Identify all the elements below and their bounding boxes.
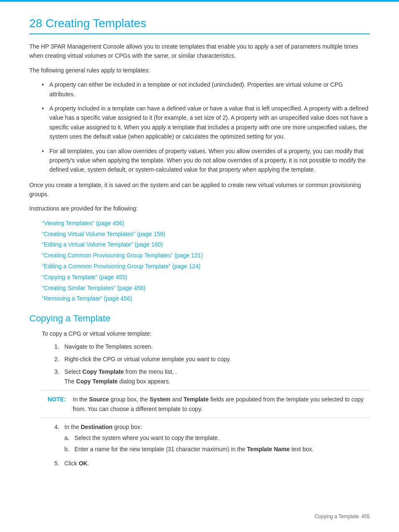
link-item-8[interactable]: “Removing a Template” (page 456) xyxy=(42,294,370,304)
note-bold3: Template xyxy=(184,396,209,403)
step-4-num: 4. xyxy=(54,422,64,455)
link-item-7[interactable]: “Creating Similar Templates” (page 456) xyxy=(42,283,370,293)
step-5-text-before: Click xyxy=(64,460,79,467)
bullet-list: A property can either be included in a t… xyxy=(42,80,370,175)
steps-list-2: 4. In the Destination group box: a. Sele… xyxy=(42,422,370,468)
step-4a: a. Select the system where you want to c… xyxy=(64,433,370,442)
section-intro: To copy a CPG or virtual volume template… xyxy=(42,329,370,338)
step-3-sub-text2: dialog box appears. xyxy=(118,378,170,385)
step-3-content: Select Copy Template from the menu list,… xyxy=(64,367,370,386)
link-item-4[interactable]: “Creating Common Provisioning Group Temp… xyxy=(42,251,370,261)
step-4-text-before: In the xyxy=(64,424,81,430)
step-2: 2. Right-click the CPG or virtual volume… xyxy=(54,355,370,364)
step-4a-alpha: a. xyxy=(64,433,74,442)
step-4-text: group box: xyxy=(113,424,142,430)
intro-paragraph1: The HP 3PAR Management Console allows yo… xyxy=(29,42,370,61)
step-4-bold: Destination xyxy=(81,424,113,430)
bullet-item-2: A property included in a template can ha… xyxy=(42,104,370,141)
step-5-num: 5. xyxy=(54,459,64,468)
note-bold2: System xyxy=(150,396,171,403)
step-4: 4. In the Destination group box: a. Sele… xyxy=(54,422,370,455)
intro-paragraph2: The following general rules apply to tem… xyxy=(29,66,370,75)
step-4-content: In the Destination group box: a. Select … xyxy=(64,422,370,455)
link-creating-vv-templates[interactable]: “Creating Virtual Volume Templates” (pag… xyxy=(42,231,165,237)
saved-text: Once you create a template, it is saved … xyxy=(29,180,370,199)
step-5-text: . xyxy=(87,460,89,467)
step-3-num: 3. xyxy=(54,367,64,386)
step-3-text-middle: from the menu list, . xyxy=(124,368,177,375)
step-4-subs: a. Select the system where you want to c… xyxy=(64,433,370,454)
note-box: NOTE: In the Source group box, the Syste… xyxy=(42,390,370,418)
top-border xyxy=(0,0,399,2)
step-4b-text-after: text box. xyxy=(290,446,314,452)
step-1: 1. Navigate to the Templates screen. xyxy=(54,342,370,351)
link-copying-template[interactable]: “Copying a Template” (page 455) xyxy=(42,274,127,280)
step-3: 3. Select Copy Template from the menu li… xyxy=(54,367,370,386)
note-text2: and xyxy=(171,396,184,403)
link-item-3[interactable]: “Editing a Virtual Volume Template” (pag… xyxy=(42,240,370,250)
note-bold1: Source xyxy=(89,396,109,403)
step-4b-content: Enter a name for the new template (31 ch… xyxy=(74,445,314,454)
link-list: “Viewing Templates” (page 456) “Creating… xyxy=(42,218,370,304)
step-2-text: Right-click the CPG or virtual volume te… xyxy=(64,355,370,364)
step-4b-text-before: Enter a name for the new template (31 ch… xyxy=(74,446,247,452)
step-5-bold: OK xyxy=(79,460,87,467)
step-3-text-before: Select xyxy=(64,368,82,375)
note-text-before: In the xyxy=(73,396,89,403)
link-item-2[interactable]: “Creating Virtual Volume Templates” (pag… xyxy=(42,229,370,239)
instructions-label: Instructions are provided for the follow… xyxy=(29,204,370,213)
footer: Copying a Template 455 xyxy=(315,514,370,519)
link-item-5[interactable]: “Editing a Common Provisioning Group Tem… xyxy=(42,262,370,272)
step-4b-bold: Template Name xyxy=(247,446,289,452)
steps-list: 1. Navigate to the Templates screen. 2. … xyxy=(42,342,370,386)
step-4b-alpha: b. xyxy=(64,445,74,454)
link-creating-cpg-templates[interactable]: “Creating Common Provisioning Group Temp… xyxy=(42,252,203,259)
footer-page: 455 xyxy=(361,514,370,519)
footer-text: Copying a Template xyxy=(315,514,359,519)
step-5-content: Click OK. xyxy=(64,459,370,468)
note-content: In the Source group box, the System and … xyxy=(73,395,364,414)
chapter-title: 28 Creating Templates xyxy=(29,17,370,34)
link-viewing-templates[interactable]: “Viewing Templates” (page 456) xyxy=(42,220,124,226)
bullet-item-1: A property can either be included in a t… xyxy=(42,80,370,99)
step-2-num: 2. xyxy=(54,355,64,364)
step-3-sub-text: The xyxy=(64,378,76,385)
step-5: 5. Click OK. xyxy=(54,459,370,468)
bullet-item-3: For all templates, you can allow overrid… xyxy=(42,146,370,175)
step-3-bold1: Copy Template xyxy=(82,368,124,375)
link-item-6[interactable]: “Copying a Template” (page 455) xyxy=(42,272,370,283)
link-removing-template[interactable]: “Removing a Template” (page 456) xyxy=(42,295,132,302)
step-1-num: 1. xyxy=(54,342,64,351)
step-3-sub-bold: Copy Template xyxy=(76,378,118,385)
section-title: Copying a Template xyxy=(29,313,370,324)
link-editing-cpg-template[interactable]: “Editing a Common Provisioning Group Tem… xyxy=(42,263,201,270)
link-creating-similar[interactable]: “Creating Similar Templates” (page 456) xyxy=(42,285,146,291)
note-label: NOTE: xyxy=(48,395,69,414)
page: 28 Creating Templates The HP 3PAR Manage… xyxy=(0,0,399,532)
link-editing-vv-template[interactable]: “Editing a Virtual Volume Template” (pag… xyxy=(42,241,163,248)
link-item-1[interactable]: “Viewing Templates” (page 456) xyxy=(42,218,370,229)
note-text1: group box, the xyxy=(109,396,149,403)
step-4a-text: Select the system where you want to copy… xyxy=(74,433,219,442)
step-1-text: Navigate to the Templates screen. xyxy=(64,342,370,351)
step-4b: b. Enter a name for the new template (31… xyxy=(64,445,370,454)
